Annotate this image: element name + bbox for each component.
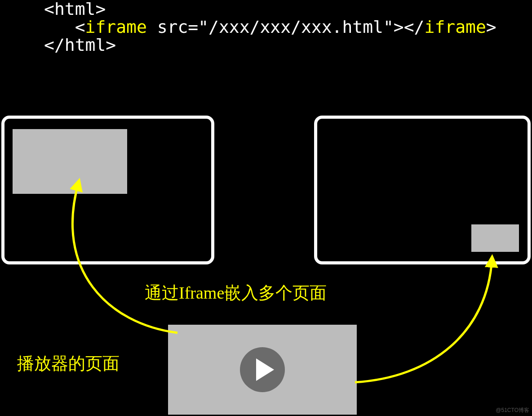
player-caption: 播放器的页面	[17, 352, 120, 375]
embedded-player-left	[13, 129, 127, 194]
code-iframe-close-tag: iframe	[425, 17, 486, 37]
code-snippet: <html> <iframe src="/xxx/xxx/xxx.html"><…	[44, 0, 497, 54]
play-button-circle	[240, 347, 285, 392]
code-indent: <	[44, 17, 85, 37]
watermark: @51CTO博客	[496, 407, 529, 414]
code-iframe-open-tag: iframe	[85, 17, 147, 37]
code-html-open: <html>	[44, 0, 106, 19]
code-html-close: </html>	[44, 35, 116, 55]
embedded-player-right	[471, 224, 519, 252]
play-icon	[256, 358, 274, 381]
code-iframe-close-bracket: >	[486, 17, 497, 37]
video-player	[168, 325, 357, 415]
arrow-to-right-embed	[355, 259, 492, 382]
diagram-caption: 通过Iframe嵌入多个页面	[145, 282, 327, 304]
code-iframe-middle: src="/xxx/xxx/xxx.html"></	[147, 17, 425, 37]
